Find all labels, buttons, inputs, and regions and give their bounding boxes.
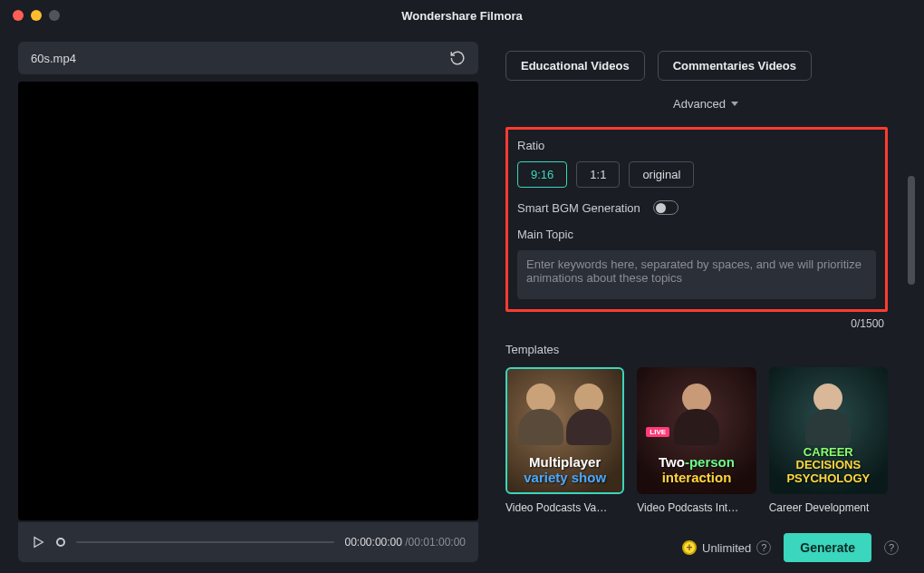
template-thumbnail: CAREER DECISIONS PSYCHOLOGY bbox=[769, 367, 888, 494]
templates-label: Templates bbox=[505, 343, 906, 356]
template-title: Video Podcasts Int… bbox=[637, 501, 756, 514]
person-silhouette-icon bbox=[805, 384, 851, 447]
advanced-label: Advanced bbox=[673, 97, 726, 111]
help-icon[interactable]: ? bbox=[756, 540, 771, 555]
template-card[interactable]: CAREER DECISIONS PSYCHOLOGY Career Devel… bbox=[769, 367, 888, 514]
template-thumbnail: Multiplayer variety show bbox=[505, 367, 624, 494]
template-thumbnail: LIVE Two-person interaction bbox=[637, 367, 756, 494]
help-icon[interactable]: ? bbox=[884, 540, 899, 555]
overlay-text: Multiplayer bbox=[513, 455, 617, 471]
overlay-text: interaction bbox=[644, 471, 748, 486]
generate-button[interactable]: Generate bbox=[784, 533, 871, 562]
overlay-text: CAREER DECISIONS bbox=[776, 446, 881, 472]
player-controls: 00:00:00:00 /00:01:00:00 bbox=[18, 522, 478, 562]
minimize-window-button[interactable] bbox=[31, 10, 42, 21]
overlay-text: Two-person bbox=[644, 455, 748, 471]
person-silhouette-icon bbox=[566, 384, 611, 447]
smart-bgm-row: Smart BGM Generation bbox=[517, 200, 876, 215]
ratio-1-1[interactable]: 1:1 bbox=[576, 161, 620, 188]
chip-commentaries-videos[interactable]: Commentaries Videos bbox=[658, 51, 812, 81]
left-panel: 60s.mp4 00:00:00:00 /00:01:00:00 bbox=[0, 31, 489, 573]
coin-icon: + bbox=[682, 540, 697, 555]
right-panel: Educational Videos Commentaries Videos A… bbox=[489, 31, 915, 573]
credits-unlimited: + Unlimited ? bbox=[682, 540, 771, 555]
highlight-box: Ratio 9:16 1:1 original Smart BGM Genera… bbox=[505, 127, 888, 312]
close-window-button[interactable] bbox=[13, 10, 24, 21]
template-title: Career Development bbox=[769, 501, 888, 514]
svg-marker-0 bbox=[34, 538, 43, 548]
seek-bar[interactable] bbox=[76, 541, 334, 543]
ratio-original[interactable]: original bbox=[629, 161, 694, 188]
ratio-9-16[interactable]: 9:16 bbox=[517, 161, 567, 188]
file-bar: 60s.mp4 bbox=[18, 42, 478, 74]
timecode-current: 00:00:00:00 bbox=[345, 536, 402, 549]
main-topic-label: Main Topic bbox=[517, 228, 876, 241]
timecode-total: /00:01:00:00 bbox=[405, 536, 466, 549]
chip-educational-videos[interactable]: Educational Videos bbox=[505, 51, 645, 81]
timecode: 00:00:00:00 /00:01:00:00 bbox=[345, 536, 466, 549]
file-name: 60s.mp4 bbox=[31, 52, 76, 65]
vertical-scrollbar[interactable] bbox=[908, 176, 915, 285]
maximize-window-button[interactable] bbox=[49, 10, 60, 21]
char-count: 0/1500 bbox=[505, 317, 884, 330]
unlimited-label: Unlimited bbox=[702, 541, 751, 555]
video-preview[interactable] bbox=[18, 82, 478, 520]
overlay-text: PSYCHOLOGY bbox=[776, 472, 881, 485]
caret-down-icon bbox=[731, 102, 738, 106]
footer: + Unlimited ? Generate ? bbox=[682, 533, 899, 562]
play-button[interactable] bbox=[31, 535, 45, 549]
template-title: Video Podcasts Va… bbox=[505, 501, 624, 514]
playhead-marker[interactable] bbox=[56, 538, 65, 547]
person-silhouette-icon bbox=[518, 384, 563, 447]
window-title: Wondershare Filmora bbox=[401, 9, 522, 23]
category-chips: Educational Videos Commentaries Videos bbox=[505, 51, 906, 81]
overlay-text: variety show bbox=[513, 471, 617, 486]
ratio-label: Ratio bbox=[517, 139, 876, 152]
template-card[interactable]: Multiplayer variety show Video Podcasts … bbox=[505, 367, 624, 514]
smart-bgm-label: Smart BGM Generation bbox=[517, 201, 640, 215]
templates-row: Multiplayer variety show Video Podcasts … bbox=[505, 367, 888, 514]
refresh-icon[interactable] bbox=[449, 50, 466, 66]
main-topic-input[interactable] bbox=[517, 250, 876, 299]
traffic-lights bbox=[13, 10, 60, 21]
ratio-options: 9:16 1:1 original bbox=[517, 161, 876, 188]
person-silhouette-icon bbox=[674, 384, 719, 447]
live-badge: LIVE bbox=[646, 427, 669, 437]
template-card[interactable]: LIVE Two-person interaction Video Podcas… bbox=[637, 367, 756, 514]
titlebar: Wondershare Filmora bbox=[0, 0, 924, 31]
advanced-toggle[interactable]: Advanced bbox=[505, 97, 906, 111]
smart-bgm-toggle[interactable] bbox=[653, 200, 679, 215]
